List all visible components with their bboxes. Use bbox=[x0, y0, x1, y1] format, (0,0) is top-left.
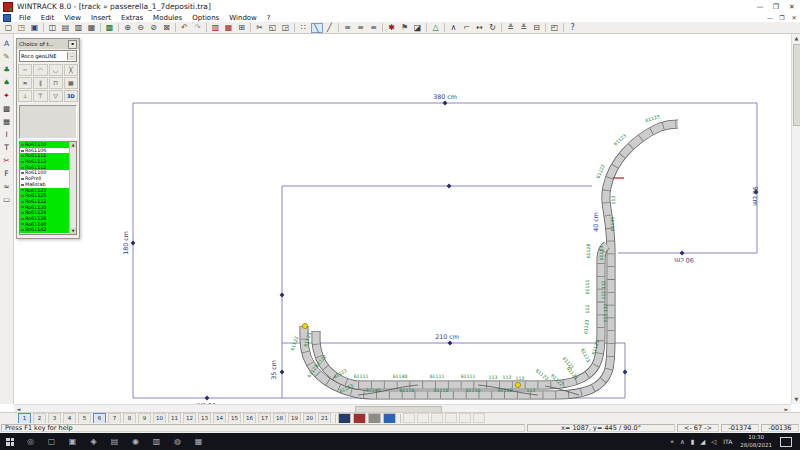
plant-tool-icon[interactable]: ♠ bbox=[1, 77, 12, 88]
view-3d-icon[interactable]: 3D bbox=[64, 90, 78, 102]
layer-button-16[interactable]: 16 bbox=[243, 413, 256, 424]
undo-icon[interactable]: ↶ bbox=[179, 23, 191, 33]
cut-icon[interactable]: ✂ bbox=[254, 23, 266, 33]
menu-window[interactable]: Window bbox=[224, 14, 262, 22]
part-list[interactable]: Ro61110Ro61106Ro61111Ro61113Ro61112Ro611… bbox=[19, 141, 77, 235]
parallel-track-icon[interactable]: ≍ bbox=[18, 77, 32, 89]
window-tile-icon[interactable]: ◰ bbox=[549, 23, 561, 33]
layer-button-17[interactable]: 17 bbox=[258, 413, 271, 424]
label-icon[interactable]: ◪ bbox=[412, 23, 424, 33]
menu-help[interactable]: ? bbox=[262, 14, 276, 22]
zoom-window-icon[interactable]: ⊠ bbox=[161, 23, 173, 33]
line-icon[interactable]: ╱ bbox=[324, 23, 336, 33]
layer-button-3[interactable]: 3 bbox=[48, 413, 61, 424]
terrain-icon[interactable]: △ bbox=[430, 23, 442, 33]
print-icon[interactable]: ▤ bbox=[60, 23, 72, 33]
layer-extra-button-1[interactable] bbox=[338, 413, 351, 424]
layer-button-1[interactable]: 1 bbox=[18, 413, 31, 424]
turnout-left-icon[interactable]: ⊥ bbox=[18, 90, 32, 102]
counter-curve-icon[interactable]: ◡ bbox=[49, 64, 63, 76]
corner-icon[interactable]: ⌐ bbox=[461, 23, 473, 33]
flag-icon[interactable]: ⚑ bbox=[399, 23, 411, 33]
signal-tool-icon[interactable]: ✦ bbox=[1, 90, 12, 101]
dimension-handle-diamond[interactable] bbox=[280, 293, 285, 298]
tree-tool-icon[interactable]: ♣ bbox=[1, 64, 12, 75]
language-indicator[interactable]: ITA bbox=[719, 438, 736, 445]
tray-battery-icon[interactable]: ▮ bbox=[688, 438, 698, 446]
grid-icon[interactable]: ⊟ bbox=[531, 23, 543, 33]
taskbar-app-icon-6[interactable]: ◉ bbox=[125, 433, 146, 450]
parts-list-2-icon[interactable]: ▦ bbox=[223, 23, 235, 33]
scissors-tool-icon[interactable]: ✂ bbox=[1, 155, 12, 166]
wave-tool-icon[interactable]: ≈ bbox=[1, 181, 12, 192]
tray-network-icon[interactable]: ◢ bbox=[697, 438, 708, 446]
crossing-icon[interactable]: ╳ bbox=[64, 64, 78, 76]
curve-track-icon[interactable]: ◠ bbox=[33, 64, 47, 76]
menu-options[interactable]: Options bbox=[187, 14, 224, 22]
measure-icon[interactable]: ∷ bbox=[298, 23, 310, 33]
parts-list-icon[interactable]: ▥ bbox=[210, 23, 222, 33]
menu-edit[interactable]: Edit bbox=[36, 14, 60, 22]
part-list-item[interactable]: Ro61142 bbox=[20, 227, 70, 233]
photo-tool-icon[interactable]: ▦ bbox=[1, 116, 12, 127]
function-tool-icon[interactable]: F bbox=[1, 168, 12, 179]
new-document-icon[interactable]: ▢ bbox=[3, 23, 15, 33]
child-window-close-icon[interactable]: ✕ bbox=[788, 14, 800, 21]
move-icon[interactable]: ↔ bbox=[474, 23, 486, 33]
layer-button-19[interactable]: 19 bbox=[288, 413, 301, 424]
box-tool-icon[interactable]: ▭ bbox=[1, 194, 12, 205]
layer-button-7[interactable]: 7 bbox=[108, 413, 121, 424]
layer-button-20[interactable]: 20 bbox=[303, 413, 316, 424]
layer-extra-button-2[interactable] bbox=[353, 413, 366, 424]
dimension-handle-diamond[interactable] bbox=[280, 370, 285, 375]
tee-tool-icon[interactable]: T bbox=[1, 142, 12, 153]
taskbar-app-icon-9[interactable]: ▦ bbox=[188, 433, 209, 450]
menu-file[interactable]: File bbox=[14, 14, 36, 22]
window-restore-icon[interactable]: ❐ bbox=[768, 3, 784, 11]
selected-point-marker[interactable] bbox=[515, 382, 520, 387]
text-tool-icon[interactable]: A bbox=[1, 38, 12, 49]
drawing-canvas[interactable]: 380 cm180 cm90 cm90 cm90 cm210 cm35 cm40… bbox=[14, 34, 791, 404]
window-minimize-icon[interactable]: — bbox=[752, 3, 768, 11]
taskbar-app-icon-7[interactable]: ▥ bbox=[146, 433, 167, 450]
tray-volume-icon[interactable]: ◁ bbox=[708, 438, 719, 446]
clock[interactable]: 10:30 28/08/2021 bbox=[736, 434, 776, 448]
list-1-icon[interactable]: ≡ bbox=[342, 23, 354, 33]
straight-track-icon[interactable]: ─ bbox=[18, 64, 32, 76]
layer-button-9[interactable]: 9 bbox=[138, 413, 151, 424]
redo-icon[interactable]: ↷ bbox=[192, 23, 204, 33]
double-track-icon[interactable]: ∥ bbox=[33, 77, 47, 89]
layer-button-6[interactable]: 6 bbox=[93, 413, 106, 424]
column-tool-icon[interactable]: I bbox=[1, 129, 12, 140]
menu-extras[interactable]: Extras bbox=[116, 14, 148, 22]
tray-status-icon[interactable]: ⌖ bbox=[667, 438, 677, 446]
panel-title-bar[interactable]: Choice of t... ▪ bbox=[17, 39, 79, 49]
layer-button-13[interactable]: 13 bbox=[198, 413, 211, 424]
zoom-page-icon[interactable]: ⊘ bbox=[148, 23, 160, 33]
dimension-handle-diamond[interactable] bbox=[623, 370, 628, 375]
layer-extra-button-4[interactable] bbox=[383, 413, 396, 424]
turnout-right-icon[interactable]: ⊤ bbox=[33, 90, 47, 102]
image-icon[interactable]: ▩ bbox=[104, 23, 116, 33]
scroll-up-icon[interactable]: ▲ bbox=[792, 34, 800, 43]
menu-insert[interactable]: Insert bbox=[86, 14, 116, 22]
layer-button-21[interactable]: 21 bbox=[318, 413, 331, 424]
layer-button-15[interactable]: 15 bbox=[228, 413, 241, 424]
dimension-handle-diamond[interactable] bbox=[443, 101, 448, 106]
page-setup-icon[interactable]: ▥ bbox=[73, 23, 85, 33]
rotate-icon[interactable]: ↻ bbox=[487, 23, 499, 33]
list-2-icon[interactable]: ≡ bbox=[355, 23, 367, 33]
panel-close-button[interactable]: ▪ bbox=[68, 40, 77, 49]
image-tool-icon[interactable]: ▩ bbox=[1, 103, 12, 114]
scroll-down-icon[interactable]: ▼ bbox=[70, 228, 76, 234]
save-icon[interactable]: ▣ bbox=[29, 23, 41, 33]
list-3-icon[interactable]: ≡ bbox=[368, 23, 380, 33]
signal-icon[interactable]: ▽ bbox=[49, 90, 63, 102]
layer-button-8[interactable]: 8 bbox=[123, 413, 136, 424]
layer-button-5[interactable]: 5 bbox=[78, 413, 91, 424]
dimension-handle-diamond[interactable] bbox=[131, 241, 136, 246]
taskbar-app-icon-4[interactable]: ◈ bbox=[83, 433, 104, 450]
level-1-icon[interactable]: ≙ bbox=[505, 23, 517, 33]
selected-point-marker[interactable] bbox=[302, 323, 307, 328]
tray-chevron-icon[interactable]: ∧ bbox=[677, 438, 688, 446]
